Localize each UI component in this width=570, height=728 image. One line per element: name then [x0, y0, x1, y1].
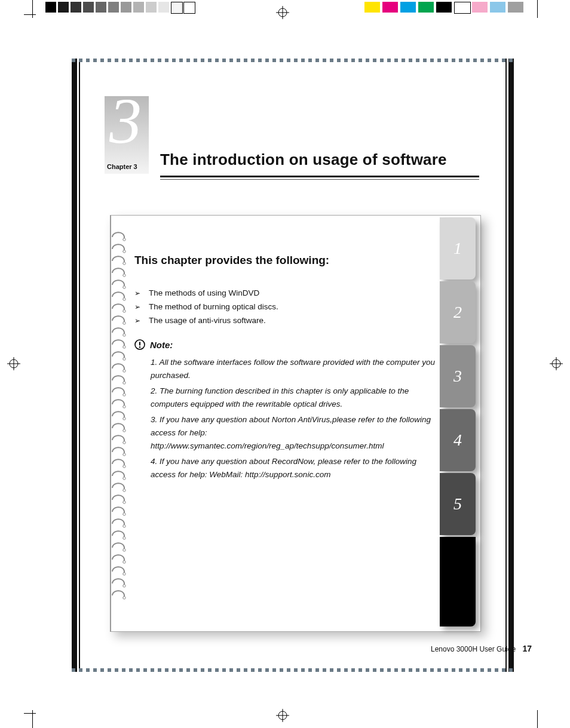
frame-top-dash — [72, 59, 514, 62]
svg-point-18 — [123, 310, 125, 312]
spiral-ring-icon — [111, 423, 129, 434]
spiral-ring-icon — [111, 291, 129, 302]
gray-swatch — [183, 2, 195, 14]
title-rule-thin — [160, 179, 479, 180]
color-swatch — [472, 2, 488, 13]
section-tab[interactable]: 4 — [440, 409, 476, 471]
svg-point-12 — [123, 238, 125, 241]
svg-point-23 — [123, 370, 125, 372]
spiral-ring-icon — [111, 232, 129, 242]
svg-point-16 — [123, 286, 125, 288]
bullet-list: ➢The methods of using WinDVD➢The method … — [134, 287, 278, 328]
svg-point-28 — [123, 429, 125, 432]
color-swatch — [400, 2, 416, 13]
svg-point-36 — [123, 525, 125, 527]
tab-label: 3 — [453, 367, 462, 386]
spiral-ring-icon — [111, 411, 129, 422]
spiral-ring-icon — [111, 590, 129, 601]
svg-point-35 — [123, 513, 125, 515]
bullet-text: The methods of using WinDVD — [149, 287, 259, 300]
svg-point-32 — [123, 477, 125, 480]
svg-point-34 — [123, 501, 125, 503]
note-item: 4. If you have any question about Record… — [151, 455, 437, 481]
svg-point-39 — [123, 561, 125, 563]
spiral-ring-icon — [111, 483, 129, 493]
chapter-number: 3 — [109, 84, 142, 158]
note-list: 1. All the software interfaces follow th… — [151, 356, 437, 484]
svg-point-14 — [123, 262, 125, 265]
list-item: ➢The method of burning optical discs. — [134, 300, 278, 314]
gray-swatch — [58, 2, 69, 13]
color-swatch — [490, 2, 505, 13]
bullet-arrow-icon: ➢ — [134, 314, 140, 327]
tab-strip-end — [440, 537, 476, 626]
bullet-arrow-icon: ➢ — [134, 287, 140, 300]
frame-bottom-dash — [72, 668, 514, 672]
gray-swatch — [83, 2, 94, 13]
spiral-ring-icon — [111, 363, 129, 374]
color-swatch — [382, 2, 398, 13]
spiral-ring-icon — [111, 387, 129, 398]
spiral-ring-icon — [111, 554, 129, 565]
spiral-ring-icon — [111, 447, 129, 457]
bullet-arrow-icon: ➢ — [134, 300, 140, 314]
gray-swatch — [121, 2, 131, 13]
crop-mark — [24, 713, 36, 714]
bullet-text: The method of burning optical discs. — [149, 300, 278, 314]
spiral-ring-icon — [111, 279, 129, 290]
tab-label: 2 — [453, 303, 462, 322]
section-tab[interactable]: 5 — [440, 473, 476, 535]
svg-point-25 — [123, 394, 125, 396]
svg-point-45 — [139, 346, 140, 348]
note-icon — [134, 339, 145, 350]
svg-point-31 — [123, 465, 125, 468]
spiral-ring-icon — [111, 399, 129, 410]
color-swatch — [508, 2, 523, 13]
color-swatch — [436, 2, 452, 13]
tab-label: 1 — [453, 239, 462, 258]
gray-swatch — [71, 2, 81, 13]
section-tab[interactable]: 1 — [440, 217, 476, 279]
chapter-badge: 3 Chapter 3 — [105, 96, 149, 174]
svg-point-26 — [123, 406, 125, 408]
svg-point-27 — [123, 417, 125, 420]
spiral-ring-icon — [111, 244, 129, 254]
note-item: 3. If you have any question about Norton… — [151, 413, 437, 453]
spiral-ring-icon — [111, 530, 129, 541]
registration-mark-icon — [7, 357, 20, 370]
svg-point-24 — [123, 382, 125, 384]
frame-inner-left — [79, 59, 80, 672]
spiral-ring-icon — [111, 303, 129, 314]
gray-swatch — [171, 2, 183, 14]
chapter-label: Chapter 3 — [107, 163, 137, 170]
note-item: 2. The burning function described in thi… — [151, 385, 437, 411]
registration-mark-icon — [276, 6, 289, 19]
frame-left-bar — [72, 59, 77, 672]
svg-point-37 — [123, 537, 125, 539]
spiral-ring-icon — [111, 494, 129, 505]
note-item: 1. All the software interfaces follow th… — [151, 356, 437, 382]
spiral-ring-icon — [111, 578, 129, 589]
spiral-ring-icon — [111, 256, 129, 266]
registration-mark-icon — [276, 709, 289, 722]
list-item: ➢The methods of using WinDVD — [134, 287, 278, 300]
note-heading: Note: — [134, 339, 173, 350]
gray-swatch — [133, 2, 144, 13]
spiral-ring-icon — [111, 518, 129, 529]
spiral-ring-icon — [111, 268, 129, 278]
crop-mark — [537, 0, 538, 18]
svg-point-20 — [123, 334, 125, 336]
section-tab[interactable]: 3 — [440, 345, 476, 407]
spiral-ring-icon — [111, 327, 129, 338]
tab-label: 4 — [453, 431, 462, 450]
list-item: ➢The usage of anti-virus software. — [134, 314, 278, 327]
spiral-ring-icon — [111, 315, 129, 326]
svg-point-41 — [123, 585, 125, 587]
svg-point-21 — [123, 346, 125, 348]
spiral-ring-icon — [111, 435, 129, 446]
spiral-ring-icon — [111, 542, 129, 553]
section-tab[interactable]: 2 — [440, 281, 476, 343]
svg-point-40 — [123, 573, 125, 575]
page-number: 17 — [522, 644, 532, 653]
crop-mark — [32, 0, 33, 18]
